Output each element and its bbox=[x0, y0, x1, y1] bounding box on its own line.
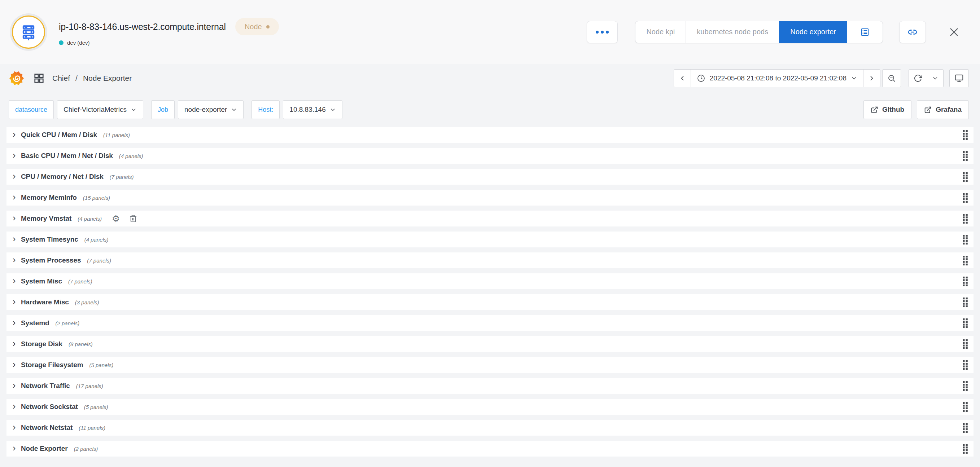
more-button[interactable] bbox=[587, 21, 618, 43]
drag-handle-icon[interactable] bbox=[963, 339, 968, 349]
dashboard-row[interactable]: › Storage Filesystem (5 panels) ⚙ bbox=[6, 357, 974, 373]
github-link-button[interactable]: Github bbox=[864, 100, 912, 119]
row-panel-count: (4 panels) bbox=[119, 153, 143, 159]
dashboard-row[interactable]: › Hardware Misc (3 panels) ⚙ bbox=[6, 294, 974, 310]
dashboard-tabs: Node kpi kubernetes node pods Node expor… bbox=[635, 21, 883, 43]
drag-handle-icon[interactable] bbox=[963, 423, 968, 433]
dashboard-row[interactable]: › System Timesync (4 panels) ⚙ bbox=[6, 232, 974, 248]
chevron-down-icon bbox=[932, 75, 939, 81]
dashboard-row[interactable]: › Systemd (2 panels) ⚙ bbox=[6, 315, 974, 331]
dashboard-row[interactable]: › Memory Vmstat (4 panels) ⚙ bbox=[6, 211, 974, 227]
chevron-down-icon bbox=[851, 75, 858, 81]
drag-handle-icon[interactable] bbox=[963, 318, 968, 328]
dashboard-row[interactable]: › Network Sockstat (5 panels) ⚙ bbox=[6, 399, 974, 415]
badge-label: Node bbox=[245, 23, 262, 31]
chevron-right-icon: › bbox=[10, 255, 18, 266]
dashboard-row[interactable]: › Storage Disk (8 panels) ⚙ bbox=[6, 336, 974, 352]
dashboard-row[interactable]: › Node Exporter (2 panels) ⚙ bbox=[6, 441, 974, 457]
dashboard-row[interactable]: › CPU / Memory / Net / Disk (7 panels) ⚙ bbox=[6, 169, 974, 185]
drag-handle-icon[interactable] bbox=[963, 235, 968, 245]
row-panel-count: (5 panels) bbox=[89, 362, 113, 368]
dashboard-tab[interactable]: Node kpi bbox=[635, 21, 686, 43]
chevron-right-icon: › bbox=[10, 380, 18, 391]
row-panel-count: (7 panels) bbox=[87, 257, 111, 264]
chevron-right-icon bbox=[868, 75, 875, 82]
variable-value-dropdown[interactable]: Chief-VictoriaMetrics bbox=[57, 100, 143, 119]
tab-label: Node kpi bbox=[646, 28, 675, 36]
zoom-out-button[interactable] bbox=[882, 69, 901, 87]
dashboard-row[interactable]: › Basic CPU / Mem / Net / Disk (4 panels… bbox=[6, 148, 974, 164]
time-shift-back-button[interactable] bbox=[674, 69, 691, 87]
dashboard-rows: › Quick CPU / Mem / Disk (11 panels) ⚙ › bbox=[6, 127, 974, 457]
chevron-down-icon bbox=[330, 107, 336, 113]
grafana-link-label: Grafana bbox=[935, 106, 962, 114]
variable-value-dropdown[interactable]: 10.8.83.146 bbox=[283, 100, 342, 119]
env-status-dot-icon bbox=[59, 40, 64, 45]
row-title: System Timesync bbox=[21, 235, 78, 243]
dashboard-list-button[interactable] bbox=[847, 21, 883, 43]
dashboard-row[interactable]: › System Misc (7 panels) ⚙ bbox=[6, 273, 974, 289]
drag-handle-icon[interactable] bbox=[963, 444, 968, 454]
row-title: System Misc bbox=[21, 277, 62, 285]
zoom-out-icon bbox=[887, 74, 896, 83]
grafana-logo-icon bbox=[9, 71, 24, 86]
row-title: Network Traffic bbox=[21, 382, 70, 390]
trash-icon[interactable] bbox=[129, 214, 137, 222]
row-panel-count: (2 panels) bbox=[56, 320, 80, 326]
chevron-down-icon bbox=[231, 107, 237, 113]
variable-value: node-exporter bbox=[185, 106, 227, 114]
chevron-right-icon: › bbox=[10, 150, 18, 161]
row-panel-count: (4 panels) bbox=[78, 216, 102, 222]
monitor-icon bbox=[955, 73, 964, 83]
drag-handle-icon[interactable] bbox=[963, 360, 968, 370]
row-title: Hardware Misc bbox=[21, 298, 69, 306]
dashboard-tab[interactable]: Node exporter bbox=[779, 21, 847, 43]
drag-handle-icon[interactable] bbox=[963, 130, 968, 140]
row-title: Basic CPU / Mem / Net / Disk bbox=[21, 152, 113, 160]
time-shift-forward-button[interactable] bbox=[863, 69, 880, 87]
badge-dot-icon bbox=[266, 25, 269, 29]
dashboard-row[interactable]: › Memory Meminfo (15 panels) ⚙ bbox=[6, 190, 974, 206]
close-button[interactable] bbox=[948, 26, 960, 38]
grafana-navbar: Chief / Node Exporter 2022-05-08 21:02:0… bbox=[0, 64, 980, 92]
chevron-left-icon bbox=[679, 75, 686, 82]
dashboard-row[interactable]: › Quick CPU / Mem / Disk (11 panels) ⚙ bbox=[6, 127, 974, 143]
row-title: Systemd bbox=[21, 319, 49, 327]
dashboard-row[interactable]: › System Processes (7 panels) ⚙ bbox=[6, 253, 974, 268]
grafana-link-button[interactable]: Grafana bbox=[917, 100, 969, 119]
variable-value-dropdown[interactable]: node-exporter bbox=[178, 100, 243, 119]
dashboard-tab[interactable]: kubernetes node pods bbox=[686, 21, 779, 43]
dashboard-links: Github Grafana bbox=[864, 100, 969, 119]
dashboard-row[interactable]: › Network Traffic (17 panels) ⚙ bbox=[6, 378, 974, 394]
host-info: ip-10-8-83-146.us-west-2.compute.interna… bbox=[59, 18, 279, 46]
breadcrumb-folder[interactable]: Chief bbox=[52, 74, 70, 83]
time-range-picker[interactable]: 2022-05-08 21:02:08 to 2022-05-09 21:02:… bbox=[690, 69, 864, 87]
row-panel-count: (15 panels) bbox=[83, 195, 110, 201]
drag-handle-icon[interactable] bbox=[963, 151, 968, 161]
refresh-interval-dropdown[interactable] bbox=[927, 69, 943, 87]
drag-handle-icon[interactable] bbox=[963, 193, 968, 203]
row-title: System Processes bbox=[21, 256, 81, 264]
refresh-button[interactable] bbox=[908, 69, 928, 87]
drag-handle-icon[interactable] bbox=[963, 256, 968, 265]
gear-icon[interactable]: ⚙ bbox=[112, 214, 120, 223]
dashboard-row[interactable]: › Network Netstat (11 panels) ⚙ bbox=[6, 420, 974, 436]
drag-handle-icon[interactable] bbox=[963, 402, 968, 412]
row-panel-count: (8 panels) bbox=[68, 341, 93, 347]
variable-label: Host: bbox=[251, 100, 280, 119]
kiosk-mode-button[interactable] bbox=[949, 69, 969, 87]
chevron-right-icon: › bbox=[10, 276, 18, 287]
chevron-right-icon: › bbox=[10, 213, 18, 224]
drag-handle-icon[interactable] bbox=[963, 381, 968, 391]
apps-grid-icon[interactable] bbox=[33, 73, 45, 84]
environment-label: dev (dev) bbox=[67, 40, 90, 46]
variable-label: Job bbox=[151, 100, 175, 119]
copy-link-button[interactable] bbox=[899, 21, 926, 43]
drag-handle-icon[interactable] bbox=[963, 214, 968, 224]
drag-handle-icon[interactable] bbox=[963, 172, 968, 182]
row-title: Storage Disk bbox=[21, 340, 62, 348]
drag-handle-icon[interactable] bbox=[963, 276, 968, 286]
chevron-right-icon: › bbox=[10, 234, 18, 245]
drag-handle-icon[interactable] bbox=[963, 297, 968, 307]
breadcrumb-dashboard[interactable]: Node Exporter bbox=[83, 74, 132, 83]
